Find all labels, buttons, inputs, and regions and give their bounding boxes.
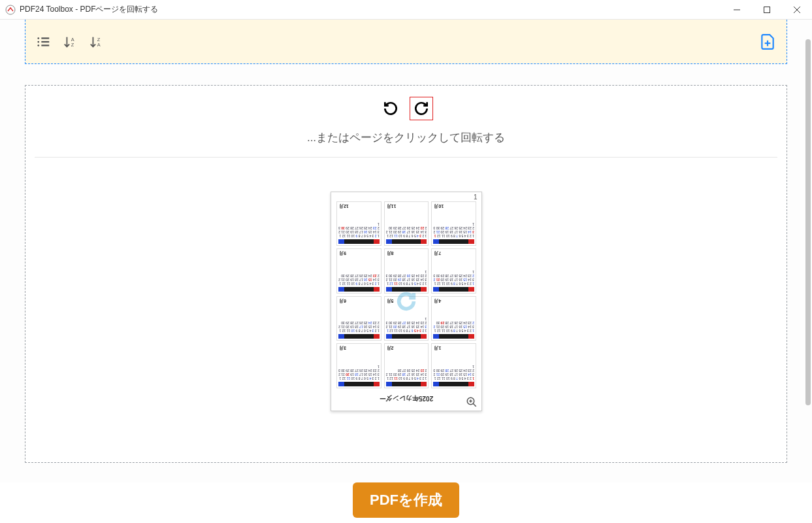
work-area: ...またはページをクリックして回転する 1 1 2 3 4 5 6 7 8 9… (25, 85, 787, 463)
list-icon (37, 35, 51, 49)
sort-az-button[interactable]: AZ (61, 33, 79, 51)
rotate-hint-text: ...またはページをクリックして回転する (25, 125, 787, 157)
window-titlebar: PDF24 Toolbox - PDFページを回転する (0, 0, 812, 20)
add-file-icon (759, 33, 776, 50)
window-close-button[interactable] (782, 0, 812, 20)
rotate-cw-icon (413, 100, 430, 117)
zoom-in-icon (466, 396, 478, 408)
svg-point-0 (6, 5, 15, 14)
rotate-cw-button[interactable] (410, 97, 432, 120)
app-icon (5, 5, 16, 15)
thumbnail-title: 2025年カレンダー (331, 394, 481, 403)
window-title: PDF24 Toolbox - PDFページを回転する (20, 4, 159, 15)
rotate-ccw-icon (382, 100, 399, 117)
window-minimize-button[interactable] (722, 0, 752, 20)
svg-text:Z: Z (71, 42, 74, 48)
app-body: AZ ZA ...またはページをクリックして回転する (0, 20, 812, 523)
sort-za-icon: ZA (89, 35, 103, 49)
svg-text:A: A (97, 42, 101, 48)
file-toolbar: AZ ZA (25, 20, 787, 64)
zoom-in-button[interactable] (466, 396, 478, 408)
page-thumbnail[interactable]: 1 1 2 3 4 5 6 7 8 9 10 11 12 13 14 15 16… (331, 192, 482, 411)
sort-az-icon: AZ (63, 35, 77, 49)
rotate-ccw-button[interactable] (380, 97, 402, 120)
window-maximize-button[interactable] (752, 0, 782, 20)
add-file-button[interactable] (758, 32, 777, 52)
rotate-controls (25, 86, 787, 125)
rotate-overlay-icon (395, 290, 417, 312)
vertical-scrollbar[interactable] (805, 39, 811, 405)
bottom-bar: PDFを作成 (0, 482, 812, 523)
svg-line-20 (473, 403, 476, 407)
sort-za-button[interactable]: ZA (87, 33, 105, 51)
page-number-label: 1 (474, 194, 478, 201)
svg-rect-2 (764, 7, 770, 12)
create-pdf-button[interactable]: PDFを作成 (353, 482, 459, 518)
list-view-button[interactable] (35, 33, 53, 51)
